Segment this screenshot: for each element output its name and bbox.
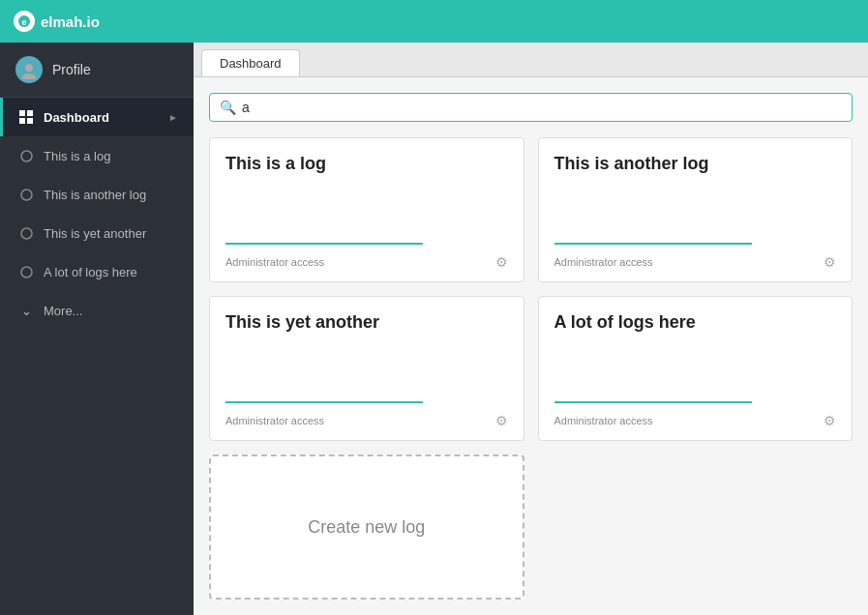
card4-divider <box>554 401 752 403</box>
card1-gear-icon[interactable]: ⚙ <box>495 254 508 270</box>
search-icon: 🔍 <box>220 100 236 115</box>
card1-divider <box>225 243 423 245</box>
svg-rect-5 <box>27 110 33 116</box>
circle-icon-2 <box>18 187 34 202</box>
card3-title: This is yet another <box>225 312 508 333</box>
card3-access: Administrator access <box>225 415 324 426</box>
svg-rect-4 <box>19 110 25 116</box>
grid-icon <box>18 109 34 125</box>
sidebar-item-log1[interactable]: This is a log <box>0 136 194 175</box>
avatar <box>15 56 43 83</box>
card2-divider <box>554 243 752 245</box>
svg-point-11 <box>21 267 32 278</box>
svg-rect-6 <box>19 118 25 124</box>
more-label: More... <box>44 304 82 318</box>
card4-footer: Administrator access ⚙ <box>554 413 837 428</box>
chevron-down-icon: ⌄ <box>18 303 34 318</box>
circle-icon-4 <box>18 264 34 279</box>
log3-label: This is yet another <box>44 226 146 241</box>
svg-rect-7 <box>27 118 33 124</box>
create-card-label: Create new log <box>308 517 425 538</box>
log-card-4[interactable]: A lot of logs here Administrator access … <box>538 296 853 441</box>
search-input[interactable] <box>242 100 842 115</box>
log-card-3[interactable]: This is yet another Administrator access… <box>209 296 524 441</box>
svg-point-2 <box>25 64 33 72</box>
circle-icon-3 <box>18 225 34 241</box>
card1-access: Administrator access <box>225 256 324 268</box>
log-card-1[interactable]: This is a log Administrator access ⚙ <box>209 137 524 282</box>
create-new-log-button[interactable]: Create new log <box>209 454 524 600</box>
sidebar-item-log4[interactable]: A lot of logs here <box>0 252 194 291</box>
top-bar: e elmah.io <box>0 0 868 43</box>
dashboard-label: Dashboard <box>44 110 109 125</box>
svg-point-8 <box>21 151 32 161</box>
sidebar-item-log3[interactable]: This is yet another <box>0 214 194 252</box>
main-layout: Profile Dashboard ► This is a log <box>0 43 868 615</box>
card3-gear-icon[interactable]: ⚙ <box>495 413 508 428</box>
svg-text:e: e <box>21 17 26 27</box>
chevron-icon: ► <box>168 112 178 123</box>
tab-bar: Dashboard <box>194 43 868 77</box>
logo-text: elmah.io <box>41 14 100 30</box>
tab-label: Dashboard <box>220 56 282 71</box>
card4-title: A lot of logs here <box>554 312 837 333</box>
card3-divider <box>225 401 423 403</box>
sidebar-item-dashboard[interactable]: Dashboard ► <box>0 98 194 136</box>
sidebar-profile[interactable]: Profile <box>0 43 194 98</box>
card4-gear-icon[interactable]: ⚙ <box>823 413 836 428</box>
card1-title: This is a log <box>225 154 508 174</box>
content-area: Dashboard 🔍 This is a log Administrator … <box>194 43 868 615</box>
card1-footer: Administrator access ⚙ <box>225 254 508 270</box>
logo-icon: e <box>14 11 35 32</box>
circle-icon-1 <box>18 148 34 163</box>
tab-dashboard[interactable]: Dashboard <box>201 49 300 76</box>
search-bar: 🔍 <box>209 93 853 122</box>
svg-point-3 <box>22 73 36 79</box>
cards-grid: This is a log Administrator access ⚙ Thi… <box>209 137 853 600</box>
log1-label: This is a log <box>44 149 110 163</box>
card2-access: Administrator access <box>554 256 653 268</box>
log-card-2[interactable]: This is another log Administrator access… <box>538 137 853 282</box>
sidebar: Profile Dashboard ► This is a log <box>0 43 194 615</box>
sidebar-item-more[interactable]: ⌄ More... <box>0 291 194 330</box>
logo: e elmah.io <box>14 11 100 32</box>
profile-label: Profile <box>52 62 91 77</box>
card2-gear-icon[interactable]: ⚙ <box>823 254 836 270</box>
card4-access: Administrator access <box>554 415 653 426</box>
card3-footer: Administrator access ⚙ <box>225 413 508 428</box>
create-card-wrapper: Create new log <box>209 454 524 600</box>
svg-point-9 <box>21 190 32 200</box>
dashboard-content: 🔍 This is a log Administrator access ⚙ T… <box>194 77 868 615</box>
sidebar-item-log2[interactable]: This is another log <box>0 175 194 214</box>
log4-label: A lot of logs here <box>44 265 137 279</box>
card2-footer: Administrator access ⚙ <box>554 254 837 270</box>
card2-title: This is another log <box>554 154 837 174</box>
svg-point-10 <box>21 228 32 239</box>
log2-label: This is another log <box>44 188 146 202</box>
